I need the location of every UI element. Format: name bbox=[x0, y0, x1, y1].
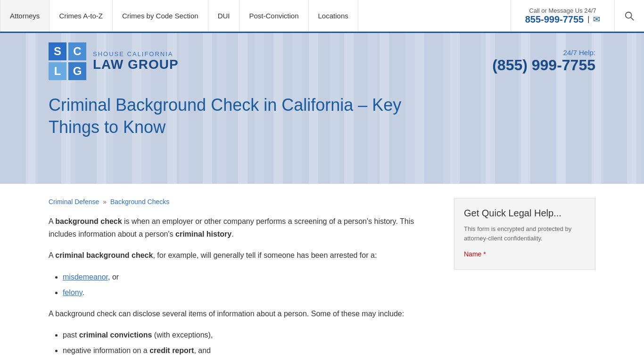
nav-item-attorneys[interactable]: Attorneys bbox=[0, 0, 50, 32]
logo-container[interactable]: S C L G SHOUSE CALIFORNIA LAW GROUP bbox=[49, 42, 179, 80]
list2-1-prefix: negative information on a bbox=[63, 346, 149, 354]
svg-line-1 bbox=[631, 17, 634, 20]
main-layout: Criminal Defense » Background Checks A b… bbox=[39, 184, 605, 362]
nav-item-locations[interactable]: Locations bbox=[309, 0, 358, 32]
nav-item-crimes-code[interactable]: Crimes by Code Section bbox=[113, 0, 208, 32]
para1-bold1: background check bbox=[55, 217, 122, 225]
list1-suffix-1: . bbox=[83, 288, 84, 296]
logo-cell-l: L bbox=[49, 62, 66, 80]
name-field-label: Name * bbox=[464, 250, 586, 258]
logo-row: S C L G SHOUSE CALIFORNIA LAW GROUP 24/7… bbox=[49, 42, 595, 80]
nav-separator: | bbox=[587, 15, 589, 24]
search-button[interactable] bbox=[614, 0, 644, 32]
sidebar: Get Quick Legal Help... This form is enc… bbox=[454, 198, 595, 362]
list2-0-bold: criminal convictions bbox=[79, 331, 152, 339]
logo-text: SHOUSE CALIFORNIA LAW GROUP bbox=[93, 50, 179, 72]
sidebar-form-title: Get Quick Legal Help... bbox=[464, 208, 586, 219]
article-list1: misdemeanor, or felony. bbox=[63, 271, 440, 299]
para2-bold: criminal background check bbox=[55, 251, 153, 259]
breadcrumb: Criminal Defense » Background Checks bbox=[49, 198, 440, 206]
breadcrumb-background-checks[interactable]: Background Checks bbox=[110, 198, 169, 206]
logo-text-top: SHOUSE CALIFORNIA bbox=[93, 50, 179, 58]
logo-text-bottom: LAW GROUP bbox=[93, 58, 179, 72]
svg-point-0 bbox=[626, 12, 632, 18]
phone-label: 24/7 Help: bbox=[492, 49, 595, 57]
nav-phone-link[interactable]: 855-999-7755 bbox=[525, 14, 584, 25]
logo-cell-c: C bbox=[68, 42, 86, 60]
article-list2: past criminal convictions (with exceptio… bbox=[63, 329, 440, 362]
hero-content: S C L G SHOUSE CALIFORNIA LAW GROUP 24/7… bbox=[39, 42, 605, 139]
misdemeanor-link[interactable]: misdemeanor bbox=[63, 273, 108, 281]
nav-contact-row: 855-999-7755 | ✉ bbox=[525, 14, 601, 25]
email-icon[interactable]: ✉ bbox=[593, 14, 600, 25]
logo-cell-g: G bbox=[68, 62, 86, 80]
top-navigation: Attorneys Crimes A-to-Z Crimes by Code S… bbox=[0, 0, 644, 33]
logo-box: S C L G bbox=[49, 42, 86, 80]
sidebar-form-subtitle: This form is encrypted and protected by … bbox=[464, 224, 586, 243]
article-para3: A background check can disclose several … bbox=[49, 307, 440, 320]
list1-suffix-0: , or bbox=[108, 273, 119, 281]
para2-prefix: A bbox=[49, 251, 55, 259]
list2-1-bold: credit report bbox=[149, 346, 194, 354]
list1-item-felony: felony. bbox=[63, 286, 440, 299]
article-body: A background check is when an employer o… bbox=[49, 215, 440, 362]
logo-cell-s: S bbox=[49, 42, 66, 60]
name-label-text: Name bbox=[464, 250, 481, 258]
main-content: Criminal Defense » Background Checks A b… bbox=[49, 198, 440, 362]
para1-prefix: A bbox=[49, 217, 55, 225]
felony-link[interactable]: felony bbox=[63, 288, 83, 296]
para2-suffix: , for example, will generally tell if so… bbox=[153, 251, 377, 259]
nav-item-post-conviction[interactable]: Post-Conviction bbox=[239, 0, 308, 32]
para1-bold2: criminal history bbox=[175, 230, 231, 238]
article-para2: A criminal background check, for example… bbox=[49, 249, 440, 262]
phone-number[interactable]: (855) 999-7755 bbox=[492, 57, 595, 74]
page-title: Criminal Background Check in California … bbox=[49, 94, 416, 139]
list2-item-0: past criminal convictions (with exceptio… bbox=[63, 329, 440, 341]
nav-contact-label: Call or Message Us 24/7 bbox=[529, 7, 596, 14]
phone-area: 24/7 Help: (855) 999-7755 bbox=[492, 49, 595, 74]
nav-item-crimes-az[interactable]: Crimes A-to-Z bbox=[50, 0, 113, 32]
list2-1-suffix: , and bbox=[194, 346, 211, 354]
list2-item-1: negative information on a credit report,… bbox=[63, 344, 440, 357]
list2-0-prefix: past bbox=[63, 331, 79, 339]
sidebar-form: Get Quick Legal Help... This form is enc… bbox=[454, 198, 595, 270]
list2-0-suffix: (with exceptions), bbox=[152, 331, 213, 339]
search-icon bbox=[624, 11, 635, 21]
para1-suffix: . bbox=[231, 230, 233, 238]
article-para1: A background check is when an employer o… bbox=[49, 215, 440, 240]
breadcrumb-separator: » bbox=[103, 198, 107, 206]
breadcrumb-criminal-defense[interactable]: Criminal Defense bbox=[49, 198, 99, 206]
hero-area: S C L G SHOUSE CALIFORNIA LAW GROUP 24/7… bbox=[0, 33, 644, 184]
name-required-indicator: * bbox=[483, 250, 486, 258]
list1-item-misdemeanor: misdemeanor, or bbox=[63, 271, 440, 283]
list2-item-2: schools that a person attended (and the … bbox=[63, 360, 440, 362]
nav-item-dui[interactable]: DUI bbox=[208, 0, 240, 32]
nav-contact: Call or Message Us 24/7 855-999-7755 | ✉ bbox=[511, 0, 614, 32]
